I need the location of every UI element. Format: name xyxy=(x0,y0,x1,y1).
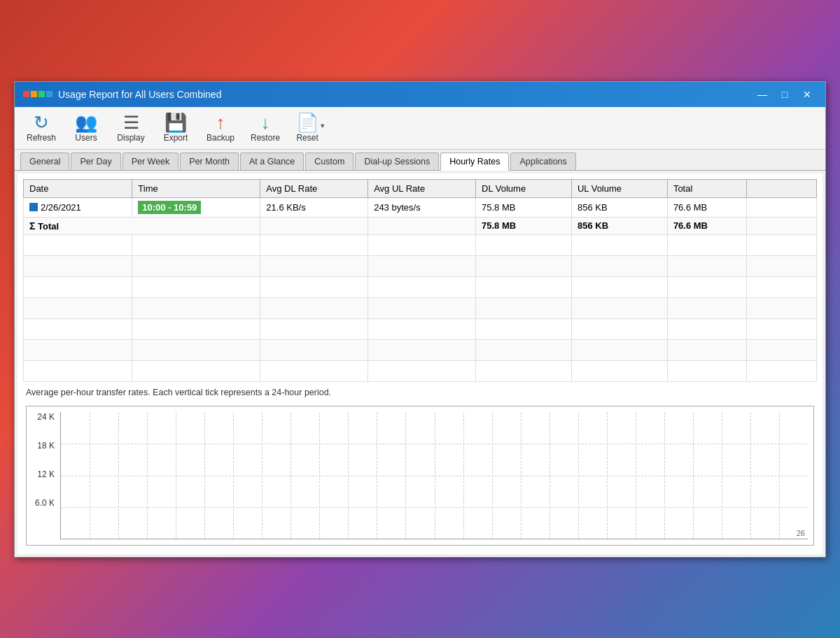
reset-dropdown-arrow: ▼ xyxy=(319,122,326,129)
minimize-button[interactable]: — xyxy=(752,87,772,102)
chart-grid-line-v xyxy=(463,412,464,539)
chart-grid-line-v xyxy=(521,412,522,539)
chart-grid-line-v xyxy=(750,412,751,539)
col-avg-dl: Avg DL Rate xyxy=(260,179,368,197)
chart-y-axis: 24 K 18 K 12 K 6.0 K xyxy=(32,412,60,539)
chart-grid-line-v xyxy=(435,412,435,539)
tab-per-month[interactable]: Per Month xyxy=(180,153,239,170)
chart-grid-line-v xyxy=(90,412,90,539)
empty-row-2 xyxy=(24,255,817,276)
chart-grid-line-v xyxy=(636,412,636,539)
total-empty xyxy=(747,217,817,234)
total-row: Σ Total 75.8 MB 856 KB 76.6 MB xyxy=(24,217,817,234)
y-label-24k: 24 K xyxy=(32,412,55,422)
date-color-indicator xyxy=(29,203,38,211)
chart-grid-line-v xyxy=(722,412,722,539)
chart-grid-line-v xyxy=(405,412,406,539)
col-date: Date xyxy=(24,179,132,197)
empty-row-7 xyxy=(24,360,817,381)
empty-row-1 xyxy=(24,234,817,255)
cell-time: 10:00 - 10:59 xyxy=(132,197,260,217)
chart-grid-line-v xyxy=(664,412,665,539)
chart-grid-line-v xyxy=(348,412,349,539)
tab-hourly-rates[interactable]: Hourly Rates xyxy=(440,153,509,171)
backup-button[interactable]: ↑ Backup xyxy=(200,110,241,146)
y-label-12k: 12 K xyxy=(32,469,55,479)
empty-row-3 xyxy=(24,276,817,297)
col-time: Time xyxy=(132,179,260,197)
title-bar: Usage Report for All Users Combined — □ … xyxy=(15,82,825,107)
col-total: Total xyxy=(667,179,746,197)
chart-grid-line-v xyxy=(377,412,377,539)
chart-grid-line-v xyxy=(492,412,493,539)
total-total: 76.6 MB xyxy=(667,217,746,234)
tab-at-a-glance[interactable]: At a Glance xyxy=(240,153,304,170)
cell-dl-volume: 75.8 MB xyxy=(476,197,572,217)
refresh-button[interactable]: ↻ Refresh xyxy=(20,110,62,146)
tab-dialup-sessions[interactable]: Dial-up Sessions xyxy=(355,153,439,170)
display-button[interactable]: ☰ Display xyxy=(110,110,152,146)
empty-row-4 xyxy=(24,297,817,318)
cell-ul-volume: 856 KB xyxy=(571,197,667,217)
restore-button[interactable]: ↓ Restore xyxy=(244,110,286,146)
chart-grid-line-v xyxy=(550,412,550,539)
toolbar: ↻ Refresh 👥 Users ☰ Display 💾 Export ↑ B… xyxy=(15,107,825,150)
title-bar-left: Usage Report for All Users Combined xyxy=(23,89,221,100)
display-label: Display xyxy=(117,133,144,143)
tab-per-day[interactable]: Per Day xyxy=(71,153,120,170)
chart-grid-line-v xyxy=(233,412,234,539)
col-extra xyxy=(747,179,817,197)
window-title: Usage Report for All Users Combined xyxy=(58,89,221,100)
maximize-button[interactable]: □ xyxy=(775,87,794,102)
backup-label: Backup xyxy=(206,133,234,143)
chart-grid-line-v xyxy=(607,412,608,539)
col-avg-ul: Avg UL Rate xyxy=(368,179,476,197)
total-ul-volume: 856 KB xyxy=(571,217,667,234)
chart-plot: 26 xyxy=(60,412,808,539)
reset-label: Reset xyxy=(296,133,318,143)
close-button[interactable]: ✕ xyxy=(797,87,817,102)
total-empty-dl-rate xyxy=(260,217,368,234)
chart-grid-line-v xyxy=(693,412,694,539)
export-button[interactable]: 💾 Export xyxy=(155,110,197,146)
refresh-label: Refresh xyxy=(27,133,56,143)
y-label-18k: 18 K xyxy=(32,441,55,451)
total-label-cell: Σ Total xyxy=(24,217,260,234)
title-bar-controls: — □ ✕ xyxy=(752,87,817,102)
tab-bar: General Per Day Per Week Per Month At a … xyxy=(15,150,825,171)
tab-general[interactable]: General xyxy=(20,153,69,170)
window-content: Date Time Avg DL Rate Avg UL Rate DL Vol… xyxy=(15,171,825,557)
chart-grid-line-v xyxy=(176,412,176,539)
chart-grid-line-v xyxy=(147,412,148,539)
tab-custom[interactable]: Custom xyxy=(305,153,354,170)
restore-label: Restore xyxy=(251,133,280,143)
chart-container: 24 K 18 K 12 K 6.0 K 26 xyxy=(26,406,814,546)
restore-icon: ↓ xyxy=(261,113,270,132)
chart-grid-line-v xyxy=(204,412,205,539)
app-icon xyxy=(23,91,52,97)
chart-grid-line-v xyxy=(290,412,291,539)
backup-icon: ↑ xyxy=(216,113,225,132)
cell-avg-ul-rate: 243 bytes/s xyxy=(368,197,476,217)
display-icon: ☰ xyxy=(123,113,139,132)
cell-avg-dl-rate: 21.6 KB/s xyxy=(260,197,368,217)
total-empty-ul-rate xyxy=(368,217,476,234)
users-label: Users xyxy=(75,133,97,143)
empty-row-6 xyxy=(24,339,817,360)
chart-grid-line-v xyxy=(779,412,780,539)
tab-applications[interactable]: Applications xyxy=(510,153,575,170)
chart-grid-line-v xyxy=(578,412,579,539)
chart-grid-line-v xyxy=(319,412,320,539)
reset-button-wrap: 📄 Reset ▼ xyxy=(289,110,331,146)
chart-page-number: 26 xyxy=(797,529,805,537)
total-dl-volume: 75.8 MB xyxy=(476,217,572,234)
col-dl-volume: DL Volume xyxy=(476,179,572,197)
hourly-rates-table: Date Time Avg DL Rate Avg UL Rate DL Vol… xyxy=(23,179,817,382)
users-button[interactable]: 👥 Users xyxy=(65,110,107,146)
tab-per-week[interactable]: Per Week xyxy=(122,153,179,170)
cell-total: 76.6 MB xyxy=(667,197,746,217)
export-icon: 💾 xyxy=(164,113,187,132)
cell-date: 2/26/2021 xyxy=(24,197,132,217)
chart-grid-line-v xyxy=(118,412,119,539)
chart-grid-line-v xyxy=(262,412,262,539)
